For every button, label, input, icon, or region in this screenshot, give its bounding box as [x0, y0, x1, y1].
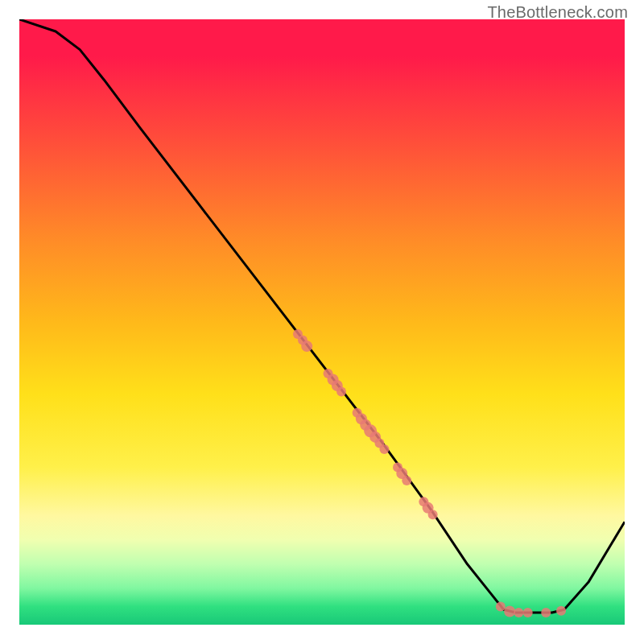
scatter-point [556, 606, 566, 616]
scatter-point [523, 608, 533, 617]
scatter-point [428, 510, 438, 519]
scatter-point [301, 341, 312, 352]
scatter-point [541, 608, 551, 617]
scatter-point [402, 476, 411, 485]
curve-path [19, 19, 625, 613]
scatter-point [514, 608, 523, 617]
scatter-point [504, 605, 515, 617]
scatter-point [379, 444, 389, 454]
chart-plot-svg [19, 19, 625, 625]
bottleneck-curve [19, 19, 625, 613]
bottleneck-chart: TheBottleneck.com [0, 0, 644, 644]
scatter-point [336, 386, 346, 396]
scatter-point [496, 601, 506, 611]
scatter-points [293, 329, 566, 617]
